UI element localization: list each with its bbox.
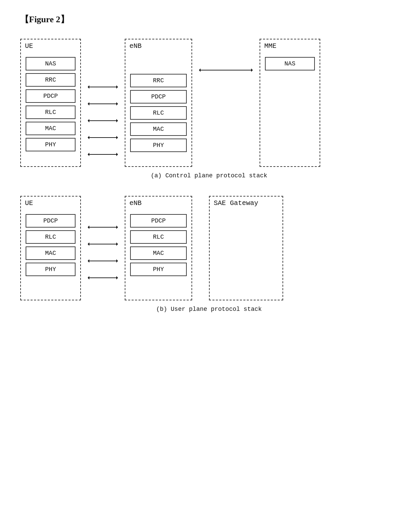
caption-b: (b) User plane protocol stack xyxy=(20,306,398,313)
svg-marker-13 xyxy=(88,153,89,156)
ue-pdcp-b: PDCP xyxy=(26,214,76,228)
enb-phy-a: PHY xyxy=(130,139,187,152)
enb-entity-a: eNB RRC PDCP RLC MAC PHY xyxy=(125,39,192,167)
nas-long-arrow xyxy=(199,63,253,77)
ue-phy-a: PHY xyxy=(26,138,76,151)
caption-a: (a) Control plane protocol stack xyxy=(20,172,398,179)
rrc-arrow-svg-a xyxy=(88,84,118,90)
svg-marker-28 xyxy=(88,276,89,279)
enb-phy-b: PHY xyxy=(130,263,187,276)
diagram-a: UE NAS RRC PDCP RLC MAC PHY xyxy=(20,39,398,179)
ue-mac-a: MAC xyxy=(26,122,76,135)
rlc-arrow-a xyxy=(88,114,118,128)
mac-arrow-a xyxy=(88,130,118,145)
enb-rrc-a: RRC xyxy=(130,74,187,87)
mme-label-a: MME xyxy=(264,42,276,50)
svg-marker-29 xyxy=(116,276,118,279)
svg-marker-10 xyxy=(88,136,89,139)
svg-marker-17 xyxy=(251,68,253,72)
sae-label-b: SAE Gateway xyxy=(214,199,258,207)
phy-arrow-svg-b xyxy=(88,274,118,281)
svg-marker-11 xyxy=(116,136,118,139)
ue-entity-a: UE NAS RRC PDCP RLC MAC PHY xyxy=(20,39,81,167)
phy-arrow-a xyxy=(88,147,118,161)
rlc-arrow-b xyxy=(88,237,118,251)
enb-mac-a: MAC xyxy=(130,122,187,136)
pdcp-arrow-svg-a xyxy=(88,100,118,107)
enb-rlc-b: RLC xyxy=(130,230,187,244)
ue-rrc-a: RRC xyxy=(26,73,76,87)
svg-marker-5 xyxy=(116,102,118,106)
svg-marker-22 xyxy=(88,242,89,246)
ue-mac-b: MAC xyxy=(26,246,76,260)
phy-arrow-b xyxy=(88,271,118,285)
ue-rlc-a: RLC xyxy=(26,106,76,119)
mme-entity-a: MME NAS xyxy=(260,39,320,167)
mac-arrow-svg-b xyxy=(88,258,118,264)
svg-marker-20 xyxy=(116,226,118,229)
phy-arrow-svg-a xyxy=(88,151,118,158)
ue-label-a: UE xyxy=(25,42,33,50)
enb-entity-b: eNB PDCP RLC MAC PHY xyxy=(125,196,192,300)
pdcp-arrow-svg-b xyxy=(88,224,118,231)
sae-entity-wrapper: SAE Gateway xyxy=(209,196,283,300)
ue-rlc-b: RLC xyxy=(26,230,76,244)
enb-pdcp-a: PDCP xyxy=(130,90,187,104)
diagram-a-container: UE NAS RRC PDCP RLC MAC PHY xyxy=(20,39,398,167)
page-title: 【Figure 2】 xyxy=(20,13,398,25)
svg-marker-7 xyxy=(88,119,89,122)
mac-arrow-svg-a xyxy=(88,134,118,141)
svg-marker-2 xyxy=(116,85,118,89)
pdcp-arrow-a xyxy=(88,97,118,111)
svg-marker-25 xyxy=(88,259,89,263)
enb-label-b: eNB xyxy=(129,199,142,207)
mac-arrow-b xyxy=(88,254,118,268)
svg-marker-14 xyxy=(116,153,118,156)
svg-marker-1 xyxy=(88,85,89,89)
arrows-ue-enb-b xyxy=(88,220,118,285)
arrows-ue-enb-a xyxy=(88,63,118,161)
svg-marker-4 xyxy=(88,102,89,106)
enb-label-a: eNB xyxy=(129,42,142,50)
nas-arrow-spacer-a xyxy=(88,63,118,77)
enb-pdcp-b: PDCP xyxy=(130,214,187,228)
svg-marker-26 xyxy=(116,259,118,263)
mme-nas-a: NAS xyxy=(265,57,315,70)
sae-entity-b: SAE Gateway xyxy=(209,196,283,300)
ue-pdcp-a: PDCP xyxy=(26,89,76,103)
diagram-b: UE PDCP RLC MAC PHY xyxy=(20,196,398,313)
pdcp-arrow-b xyxy=(88,220,118,234)
svg-marker-8 xyxy=(116,119,118,122)
ue-entity-b: UE PDCP RLC MAC PHY xyxy=(20,196,81,300)
ue-phy-b: PHY xyxy=(26,263,76,276)
svg-marker-23 xyxy=(116,242,118,246)
nas-arrow-area xyxy=(199,63,253,77)
rlc-arrow-svg-a xyxy=(88,117,118,124)
rlc-arrow-svg-b xyxy=(88,241,118,247)
enb-mac-b: MAC xyxy=(130,246,187,260)
svg-marker-16 xyxy=(199,68,201,72)
ue-nas-a: NAS xyxy=(26,57,76,70)
rrc-arrow-a xyxy=(88,80,118,94)
svg-marker-19 xyxy=(88,226,89,229)
enb-rlc-a: RLC xyxy=(130,106,187,120)
diagram-b-container: UE PDCP RLC MAC PHY xyxy=(20,196,398,300)
ue-label-b: UE xyxy=(25,199,33,207)
enb-nas-spacer xyxy=(130,57,187,71)
nas-arrow-svg xyxy=(199,67,253,73)
